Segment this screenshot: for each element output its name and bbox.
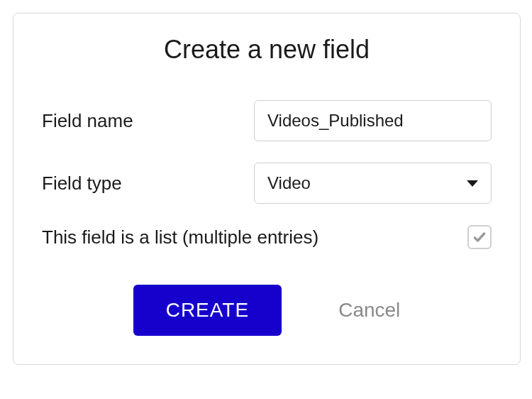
create-button[interactable]: CREATE bbox=[133, 285, 282, 336]
field-type-row: Field type Video bbox=[42, 163, 492, 204]
field-type-select[interactable]: Video bbox=[254, 163, 492, 204]
create-field-dialog: Create a new field Field name Field type… bbox=[13, 13, 521, 365]
field-type-label: Field type bbox=[42, 173, 122, 195]
dialog-actions: CREATE Cancel bbox=[42, 285, 492, 336]
cancel-button[interactable]: Cancel bbox=[338, 299, 400, 322]
checkmark-icon bbox=[472, 230, 487, 244]
field-name-label: Field name bbox=[42, 110, 133, 132]
list-checkbox-row: This field is a list (multiple entries) bbox=[42, 225, 492, 249]
field-name-row: Field name bbox=[42, 100, 492, 141]
field-name-input[interactable] bbox=[254, 100, 492, 141]
field-type-value: Video bbox=[267, 173, 467, 193]
list-checkbox[interactable] bbox=[467, 225, 492, 249]
chevron-down-icon bbox=[467, 180, 478, 187]
list-checkbox-label: This field is a list (multiple entries) bbox=[42, 226, 318, 248]
dialog-title: Create a new field bbox=[42, 35, 492, 65]
